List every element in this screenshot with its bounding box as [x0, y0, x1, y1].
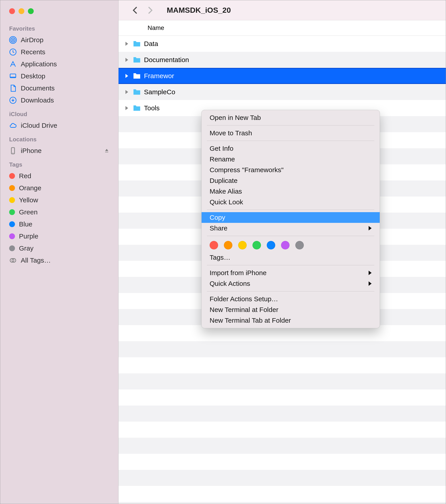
zoom-icon[interactable]	[28, 8, 34, 14]
ctx-quick-look[interactable]: Quick Look	[202, 197, 380, 207]
ctx-tag-colors	[202, 238, 380, 252]
sidebar-tag-all[interactable]: All Tags…	[0, 254, 118, 266]
ctx-make-alias[interactable]: Make Alias	[202, 186, 380, 197]
tag-color-gray[interactable]	[295, 241, 304, 250]
file-name: Data	[144, 40, 158, 48]
disclosure-triangle-icon[interactable]	[125, 42, 130, 46]
ctx-new-terminal[interactable]: New Terminal at Folder	[202, 304, 380, 315]
tag-color-blue[interactable]	[267, 241, 275, 250]
sidebar-item-label: Documents	[21, 84, 55, 92]
sidebar-item-label: Gray	[19, 245, 34, 252]
toolbar: MAMSDK_iOS_20	[119, 0, 446, 20]
tag-dot-icon	[9, 233, 15, 239]
sidebar-item-label: iPhone	[21, 147, 41, 155]
sidebar-item-iphone[interactable]: iPhone	[0, 145, 118, 157]
separator	[207, 265, 374, 265]
sidebar-item-label: Applications	[21, 60, 57, 68]
file-name: Framewor	[144, 72, 174, 80]
sidebar-item-applications[interactable]: Applications	[0, 58, 118, 70]
empty-row	[119, 502, 446, 504]
empty-row	[119, 341, 446, 357]
column-header-name[interactable]: Name	[119, 20, 446, 36]
chevron-right-icon	[369, 281, 372, 286]
ctx-share[interactable]: Share	[202, 223, 380, 234]
file-row[interactable]: Data	[119, 36, 446, 52]
sidebar-item-label: Downloads	[21, 96, 54, 104]
file-name: Tools	[144, 104, 160, 112]
sidebar-tag-purple[interactable]: Purple	[0, 230, 118, 242]
ctx-duplicate[interactable]: Duplicate	[202, 175, 380, 186]
document-icon	[9, 84, 17, 92]
ctx-move-to-trash[interactable]: Move to Trash	[202, 128, 380, 138]
disclosure-triangle-icon[interactable]	[125, 90, 130, 94]
tag-dot-icon	[9, 197, 15, 203]
sidebar-item-desktop[interactable]: Desktop	[0, 70, 118, 82]
empty-row	[119, 406, 446, 422]
favorites-header: Favorites	[0, 21, 118, 34]
separator	[207, 125, 374, 126]
tag-dot-icon	[9, 245, 15, 251]
clock-icon	[9, 48, 17, 56]
forward-button[interactable]	[145, 5, 156, 16]
ctx-copy[interactable]: Copy	[202, 212, 380, 223]
ctx-folder-actions[interactable]: Folder Actions Setup…	[202, 294, 380, 304]
sidebar-item-label: All Tags…	[21, 257, 51, 264]
disclosure-triangle-icon[interactable]	[125, 106, 130, 110]
eject-icon[interactable]	[104, 148, 109, 153]
ctx-import-iphone[interactable]: Import from iPhone	[202, 268, 380, 278]
minimize-icon[interactable]	[18, 8, 24, 14]
ctx-new-terminal-tab[interactable]: New Terminal Tab at Folder	[202, 315, 380, 326]
tag-dot-icon	[9, 221, 15, 227]
tag-color-purple[interactable]	[281, 241, 289, 250]
close-icon[interactable]	[9, 8, 15, 14]
cloud-icon	[9, 122, 17, 129]
sidebar-item-label: Red	[19, 172, 31, 180]
ctx-tags[interactable]: Tags…	[202, 252, 380, 263]
icloud-header: iCloud	[0, 106, 118, 120]
tag-color-green[interactable]	[252, 241, 261, 250]
ctx-quick-actions[interactable]: Quick Actions	[202, 278, 380, 289]
sidebar: Favorites AirDrop Recents Applications D…	[0, 0, 119, 504]
back-button[interactable]	[130, 5, 141, 16]
svg-point-0	[12, 39, 14, 41]
sidebar-tag-blue[interactable]: Blue	[0, 218, 118, 230]
sidebar-tag-green[interactable]: Green	[0, 206, 118, 218]
context-menu: Open in New Tab Move to Trash Get Info R…	[201, 110, 380, 328]
tag-color-yellow[interactable]	[238, 241, 247, 250]
all-tags-icon	[9, 257, 17, 264]
file-row[interactable]: SampleCo	[119, 84, 446, 100]
sidebar-tag-orange[interactable]: Orange	[0, 182, 118, 194]
disclosure-triangle-icon[interactable]	[125, 74, 130, 78]
ctx-compress[interactable]: Compress "Frameworks"	[202, 164, 380, 175]
sidebar-item-airdrop[interactable]: AirDrop	[0, 34, 118, 46]
sidebar-item-recents[interactable]: Recents	[0, 46, 118, 58]
sidebar-item-downloads[interactable]: Downloads	[0, 94, 118, 106]
empty-row	[119, 373, 446, 389]
sidebar-item-label: Desktop	[21, 72, 45, 80]
file-row[interactable]: Documentation	[119, 52, 446, 68]
sidebar-item-label: Green	[19, 208, 37, 216]
sidebar-tag-red[interactable]: Red	[0, 170, 118, 182]
ctx-item-label: Share	[210, 224, 228, 232]
desktop-icon	[9, 72, 17, 80]
ctx-rename[interactable]: Rename	[202, 154, 380, 164]
tag-dot-icon	[9, 209, 15, 215]
sidebar-item-label: Yellow	[19, 196, 38, 204]
window-title: MAMSDK_iOS_20	[167, 6, 231, 15]
empty-row	[119, 486, 446, 502]
file-row-selected[interactable]: Framewor	[119, 68, 446, 84]
applications-icon	[9, 60, 17, 68]
ctx-open-new-tab[interactable]: Open in New Tab	[202, 112, 380, 123]
sidebar-item-documents[interactable]: Documents	[0, 82, 118, 94]
tag-color-red[interactable]	[210, 241, 218, 250]
folder-icon	[133, 40, 141, 47]
disclosure-triangle-icon[interactable]	[125, 58, 130, 62]
ctx-get-info[interactable]: Get Info	[202, 143, 380, 154]
iphone-icon	[9, 147, 17, 155]
sidebar-item-label: Blue	[19, 220, 32, 228]
sidebar-tag-gray[interactable]: Gray	[0, 242, 118, 254]
sidebar-tag-yellow[interactable]: Yellow	[0, 194, 118, 206]
sidebar-item-label: Orange	[19, 184, 41, 192]
sidebar-item-icloud-drive[interactable]: iCloud Drive	[0, 120, 118, 131]
tag-color-orange[interactable]	[224, 241, 232, 250]
